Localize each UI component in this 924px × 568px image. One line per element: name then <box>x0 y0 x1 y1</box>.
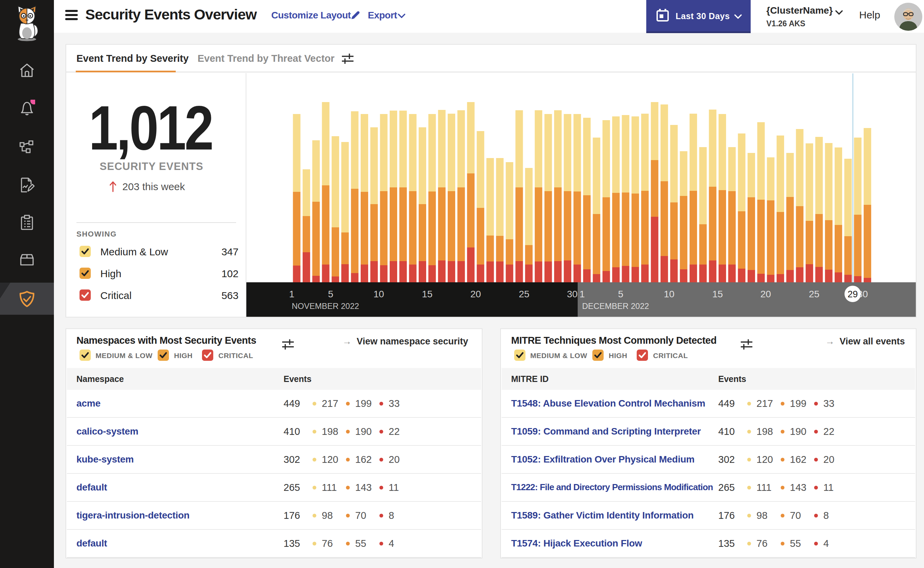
svg-text:20: 20 <box>760 289 771 299</box>
svg-text:10: 10 <box>664 289 674 299</box>
svg-text:15: 15 <box>712 289 723 299</box>
svg-text:25: 25 <box>809 289 819 299</box>
svg-text:20: 20 <box>470 289 481 299</box>
svg-text:5: 5 <box>328 289 333 299</box>
svg-text:1: 1 <box>289 289 294 299</box>
svg-text:1: 1 <box>579 289 585 299</box>
svg-text:NOVEMBER 2022: NOVEMBER 2022 <box>292 301 359 311</box>
svg-text:25: 25 <box>519 289 529 299</box>
svg-text:30: 30 <box>567 289 577 299</box>
svg-text:15: 15 <box>422 289 432 299</box>
svg-text:5: 5 <box>618 289 623 299</box>
svg-text:10: 10 <box>373 289 384 299</box>
svg-text:DECEMBER 2022: DECEMBER 2022 <box>582 301 649 311</box>
svg-text:29: 29 <box>847 289 858 299</box>
